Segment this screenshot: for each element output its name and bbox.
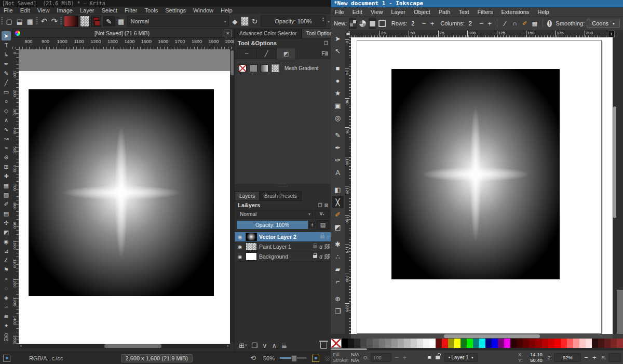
palette-swatch[interactable]: [554, 339, 561, 348]
palette-swatch[interactable]: [529, 339, 535, 348]
canvas-vertical-scrollbar[interactable]: [230, 49, 234, 344]
canvas-horizontal-scrollbar[interactable]: [351, 334, 613, 339]
layer-lock-icon[interactable]: [436, 356, 440, 359]
fill-value[interactable]: N/A: [351, 352, 359, 357]
krita-tool-icon[interactable]: ◉: [2, 237, 11, 246]
krita-menu-item[interactable]: Help: [217, 7, 236, 14]
reload-preset-icon[interactable]: ↻: [250, 16, 259, 26]
document-tab[interactable]: [Not Saved] (21.6 MiB) ✕: [12, 29, 234, 38]
rows-minus-button[interactable]: −: [421, 20, 427, 28]
eraser-mode-icon[interactable]: ◆: [231, 16, 239, 26]
inkscape-tool-icon[interactable]: ◧: [332, 183, 344, 196]
palette-swatch[interactable]: [592, 339, 598, 348]
inkscape-menu-item[interactable]: Text: [454, 9, 473, 15]
toolbar-grip[interactable]: [36, 17, 38, 25]
rows-plus-button[interactable]: +: [429, 20, 436, 28]
stroke-tab[interactable]: ╱: [256, 48, 276, 59]
krita-tool-icon[interactable]: ◇: [2, 106, 11, 115]
close-tab-icon[interactable]: ✕: [224, 30, 232, 37]
palette-swatch[interactable]: [567, 339, 573, 348]
fit-mesh-icon[interactable]: ▩: [531, 18, 538, 29]
palette-swatch[interactable]: [454, 339, 461, 348]
krita-tool-icon[interactable]: ≋: [2, 312, 11, 321]
zoom-slider[interactable]: [280, 357, 307, 359]
krita-tool-icon[interactable]: ▦: [2, 181, 11, 190]
toolbar-grip[interactable]: [60, 17, 62, 25]
inkscape-menu-item[interactable]: View: [367, 9, 387, 15]
mesh-gradient-artwork[interactable]: [29, 89, 214, 296]
krita-tool-icon[interactable]: ⊿: [2, 246, 11, 255]
redo-icon[interactable]: ↷: [50, 16, 59, 26]
palette-swatch[interactable]: [498, 339, 504, 348]
krita-tool-icon[interactable]: ≈: [2, 143, 11, 153]
inkscape-menu-item[interactable]: Object: [410, 9, 435, 15]
move-layer-down-button[interactable]: ∨: [262, 342, 267, 349]
palette-swatch[interactable]: [360, 339, 367, 348]
palette-swatch[interactable]: [404, 339, 410, 348]
inkscape-tool-icon[interactable]: ●: [332, 74, 344, 87]
krita-tool-icon[interactable]: ▫: [2, 274, 11, 284]
columns-plus-button[interactable]: +: [486, 20, 493, 28]
krita-menu-item[interactable]: Edit: [17, 7, 34, 14]
inherit-alpha-icon[interactable]: [324, 244, 330, 249]
fill-none-tab[interactable]: ┄: [237, 48, 256, 59]
palette-swatch[interactable]: [367, 339, 373, 348]
krita-tool-icon[interactable]: ▨: [2, 190, 11, 199]
palette-swatch[interactable]: [473, 339, 479, 348]
inkscape-tool-icon[interactable]: ✒: [332, 141, 344, 154]
krita-tool-icon[interactable]: ↳: [2, 50, 11, 59]
inkscape-tool-icon[interactable]: ∴: [332, 250, 344, 263]
canvas-only-mode-icon[interactable]: [312, 355, 319, 362]
delete-layer-button[interactable]: [320, 342, 327, 349]
inkscape-menu-item[interactable]: Help: [533, 9, 553, 15]
inherit-alpha-icon[interactable]: [324, 254, 330, 259]
zoom-plus-button[interactable]: +: [591, 354, 598, 361]
inkscape-menu-item[interactable]: Layer: [387, 9, 410, 15]
object-opacity-input[interactable]: 100: [371, 353, 391, 362]
inkscape-tool-icon[interactable]: ✐: [332, 208, 344, 221]
palette-swatch[interactable]: [354, 339, 360, 348]
palette-swatch[interactable]: [517, 339, 523, 348]
palette-swatch[interactable]: [411, 339, 417, 348]
alpha-lock-icon[interactable]: α: [319, 244, 322, 250]
krita-tool-icon[interactable]: ⚑: [2, 265, 11, 274]
layer-visibility-icon[interactable]: ≡: [427, 354, 431, 361]
inkscape-tool-icon[interactable]: ◩: [332, 221, 344, 233]
pan-tool-icon[interactable]: ⊡: [2, 334, 11, 344]
fill-tab[interactable]: ◩: [276, 48, 296, 59]
canvas-horizontal-scrollbar[interactable]: ◂ ▸: [19, 344, 230, 348]
inkscape-menu-item[interactable]: Extensions: [497, 9, 533, 15]
palette-swatch[interactable]: [442, 339, 448, 348]
tab-layers[interactable]: Layers: [235, 191, 260, 201]
palette-swatch[interactable]: [373, 339, 379, 348]
inkscape-tool-icon[interactable]: ▣: [332, 99, 344, 112]
inkscape-menu-item[interactable]: Filters: [473, 9, 497, 15]
krita-tool-icon[interactable]: ◩: [2, 227, 11, 237]
mesh-gradient-type-button[interactable]: [349, 18, 357, 29]
zoom-input[interactable]: 92%: [554, 353, 581, 362]
layer-row-vector-layer-2[interactable]: ◉ Vector Layer 2 α: [235, 232, 331, 242]
krita-menu-item[interactable]: Tools: [141, 7, 162, 14]
smoothing-select[interactable]: Coons ▾: [587, 19, 620, 28]
columns-minus-button[interactable]: −: [479, 20, 485, 28]
workspace-chooser-icon[interactable]: ▦: [117, 16, 126, 26]
no-color-swatch[interactable]: [331, 339, 342, 348]
palette-swatch[interactable]: [429, 339, 436, 348]
palette-swatch[interactable]: [448, 339, 454, 348]
tab-brush-presets[interactable]: Brush Presets: [260, 191, 302, 201]
reset-rotation-icon[interactable]: ⟲: [250, 354, 256, 362]
palette-swatch[interactable]: [348, 339, 354, 348]
krita-tool-icon[interactable]: ⊞: [2, 162, 11, 171]
palette-swatch[interactable]: [510, 339, 517, 348]
opacity-slider[interactable]: Opacity: 100% ▲ ▼: [261, 16, 326, 27]
palette-swatch[interactable]: [579, 339, 586, 348]
inkscape-canvas[interactable]: [351, 37, 613, 334]
palette-swatch[interactable]: [467, 339, 473, 348]
palette-swatch[interactable]: [423, 339, 429, 348]
new-document-icon[interactable]: ▢: [5, 16, 13, 26]
lock-guides-icon[interactable]: [346, 33, 349, 35]
opacity-plus-button[interactable]: +: [402, 354, 408, 361]
palette-swatch[interactable]: [391, 339, 398, 348]
krita-menu-item[interactable]: Filter: [121, 7, 141, 14]
palette-swatch[interactable]: [504, 339, 510, 348]
